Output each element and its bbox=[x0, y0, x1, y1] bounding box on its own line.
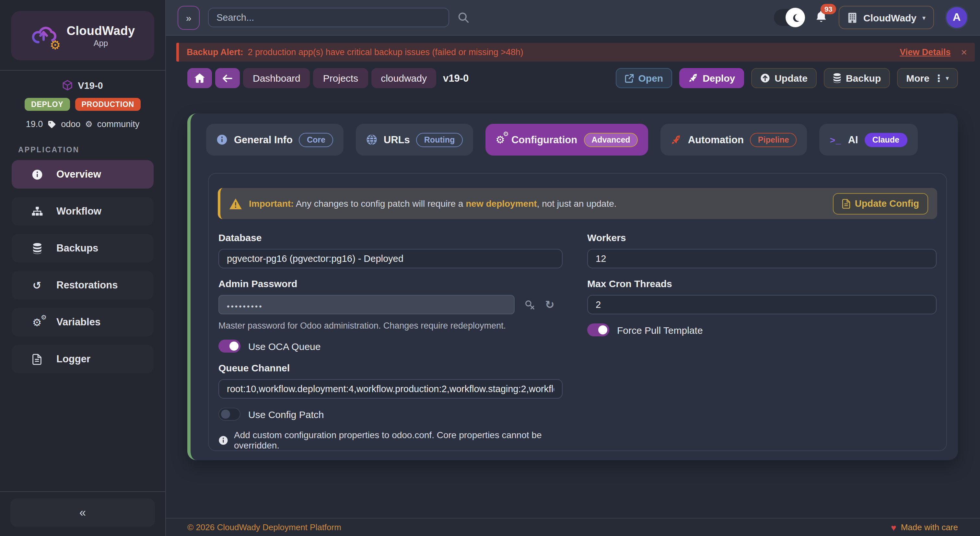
gear-icon: ⚙ bbox=[49, 39, 60, 51]
caret-down-icon: ▾ bbox=[922, 14, 926, 21]
max-cron-threads-field[interactable] bbox=[587, 295, 937, 314]
version-number: 19.0 bbox=[26, 119, 43, 129]
close-icon[interactable]: × bbox=[961, 46, 967, 58]
deploy-badge: DEPLOY bbox=[25, 98, 70, 111]
info-circle-icon bbox=[216, 134, 228, 145]
edition-label: community bbox=[97, 119, 140, 129]
user-avatar[interactable]: A bbox=[945, 6, 968, 29]
config-warning-banner: Important: Any changes to config patch w… bbox=[218, 188, 937, 219]
more-button[interactable]: More ⋮ ▾ bbox=[897, 68, 958, 88]
breadcrumb-projects[interactable]: Projects bbox=[313, 68, 368, 88]
sidebar-item-backups[interactable]: Backups bbox=[12, 234, 154, 262]
home-button[interactable] bbox=[187, 68, 212, 88]
notifications-button[interactable]: 93 bbox=[815, 10, 828, 25]
tab-badge: Advanced bbox=[584, 132, 638, 147]
update-button[interactable]: Update bbox=[751, 68, 817, 88]
app-subtitle: App bbox=[67, 38, 135, 48]
use-config-patch-toggle[interactable] bbox=[218, 408, 240, 421]
circle-arrow-up-icon bbox=[760, 73, 770, 83]
force-pull-template-row: Force Pull Template bbox=[587, 323, 937, 336]
breadcrumb-dashboard[interactable]: Dashboard bbox=[243, 68, 310, 88]
tab-badge: Core bbox=[299, 132, 333, 147]
org-name: CloudWady bbox=[863, 12, 916, 23]
version-block: V19-0 DEPLOY PRODUCTION 19.0 odoo ⚙ comm… bbox=[0, 71, 165, 129]
tab-badge: Claude bbox=[865, 132, 907, 147]
sidebar-item-restorations[interactable]: ↺ Restorations bbox=[12, 271, 154, 299]
tag-icon bbox=[47, 119, 56, 129]
deploy-button[interactable]: Deploy bbox=[679, 68, 744, 88]
sidebar-item-label: Restorations bbox=[56, 279, 118, 291]
terminal-icon: >_ bbox=[830, 135, 842, 145]
app-logo[interactable]: ⚙ CloudWady App bbox=[11, 11, 154, 60]
tab-configuration[interactable]: ⚙ ⚙ Configuration Advanced bbox=[485, 124, 648, 156]
file-lines-icon bbox=[31, 353, 43, 364]
footer: © 2026 CloudWady Deployment Platform ♥ M… bbox=[166, 518, 980, 536]
view-details-link[interactable]: View Details bbox=[900, 47, 950, 57]
sidebar-collapse-button[interactable]: « bbox=[10, 498, 155, 527]
sidebar-item-overview[interactable]: Overview bbox=[12, 160, 154, 189]
app-actions: Open Deploy Update Backup More ⋮ bbox=[616, 68, 958, 88]
moon-icon bbox=[786, 8, 805, 27]
use-oca-queue-toggle[interactable] bbox=[218, 340, 240, 353]
sidebar-footer: « bbox=[0, 491, 165, 536]
caret-down-icon: ▾ bbox=[946, 75, 949, 82]
kebab-icon: ⋮ bbox=[934, 72, 944, 84]
sidebar-section-label: APPLICATION bbox=[18, 146, 165, 154]
use-oca-queue-row: Use OCA Queue bbox=[218, 340, 563, 353]
sidebar-item-variables[interactable]: ⚙ ⚙ Variables bbox=[12, 308, 154, 336]
building-icon bbox=[847, 12, 858, 23]
cube-icon bbox=[62, 80, 73, 91]
sidebar-item-label: Overview bbox=[56, 169, 101, 180]
home-icon bbox=[194, 73, 205, 83]
arrow-left-icon bbox=[222, 73, 233, 83]
update-config-button[interactable]: Update Config bbox=[833, 193, 928, 214]
chevrons-left-icon: « bbox=[80, 506, 86, 520]
force-pull-template-toggle[interactable] bbox=[587, 323, 609, 336]
copyright-text: © 2026 CloudWady Deployment Platform bbox=[187, 522, 341, 532]
backup-alert-banner: Backup Alert: 2 production app(s) have c… bbox=[176, 43, 975, 62]
form-right-column: Workers Max Cron Threads Force Pull Temp… bbox=[587, 232, 937, 450]
sidebar-item-workflow[interactable]: Workflow bbox=[12, 197, 154, 226]
back-button[interactable] bbox=[215, 68, 240, 88]
tab-automation[interactable]: Automation Pipeline bbox=[661, 124, 807, 156]
use-config-patch-row: Use Config Patch bbox=[218, 408, 563, 421]
breadcrumb-cloudwady[interactable]: cloudwady bbox=[371, 68, 436, 88]
open-button[interactable]: Open bbox=[616, 68, 672, 88]
regenerate-icon[interactable]: ↻ bbox=[545, 298, 555, 312]
form-left-column: Database Admin Password ↻ Master passwor… bbox=[218, 232, 563, 450]
notification-count-badge: 93 bbox=[821, 4, 837, 14]
org-dropdown[interactable]: CloudWady ▾ bbox=[839, 6, 934, 29]
admin-password-field[interactable] bbox=[218, 295, 515, 314]
key-icon[interactable] bbox=[524, 299, 535, 310]
gears-icon: ⚙ ⚙ bbox=[31, 316, 43, 328]
database-field[interactable] bbox=[218, 249, 563, 268]
breadcrumb: Dashboard Projects cloudwady v19-0 Open … bbox=[187, 68, 958, 88]
chevrons-right-icon: » bbox=[186, 12, 191, 23]
database-icon bbox=[833, 73, 841, 83]
database-label: Database bbox=[218, 232, 563, 243]
workers-label: Workers bbox=[587, 232, 937, 243]
search-input[interactable] bbox=[208, 8, 449, 27]
sidebar-nav: Overview Workflow Backups ↺ Restorations bbox=[0, 160, 165, 373]
breadcrumb-current: v19-0 bbox=[443, 72, 469, 84]
sidebar-expand-button[interactable]: » bbox=[178, 5, 200, 30]
gears-icon: ⚙ ⚙ bbox=[495, 134, 505, 146]
sitemap-icon bbox=[31, 207, 43, 216]
search-icon[interactable] bbox=[458, 12, 469, 23]
tab-general-info[interactable]: General Info Core bbox=[206, 124, 344, 156]
history-icon: ↺ bbox=[31, 279, 43, 291]
dark-mode-toggle[interactable] bbox=[774, 9, 804, 26]
admin-password-help: Master password for Odoo administration.… bbox=[218, 321, 563, 331]
queue-channel-label: Queue Channel bbox=[218, 362, 563, 373]
sidebar-item-logger[interactable]: Logger bbox=[12, 345, 154, 373]
tab-urls[interactable]: URLs Routing bbox=[356, 124, 473, 156]
tab-ai[interactable]: >_ AI Claude bbox=[819, 124, 918, 156]
backup-button[interactable]: Backup bbox=[824, 68, 890, 88]
info-circle-icon bbox=[218, 435, 228, 445]
warning-title: Important: bbox=[249, 198, 294, 209]
rocket-icon bbox=[688, 73, 698, 83]
globe-icon bbox=[366, 134, 377, 145]
config-patch-note: Add custom configuration properties to o… bbox=[234, 430, 563, 450]
queue-channel-field[interactable] bbox=[218, 379, 563, 399]
workers-field[interactable] bbox=[587, 249, 937, 268]
